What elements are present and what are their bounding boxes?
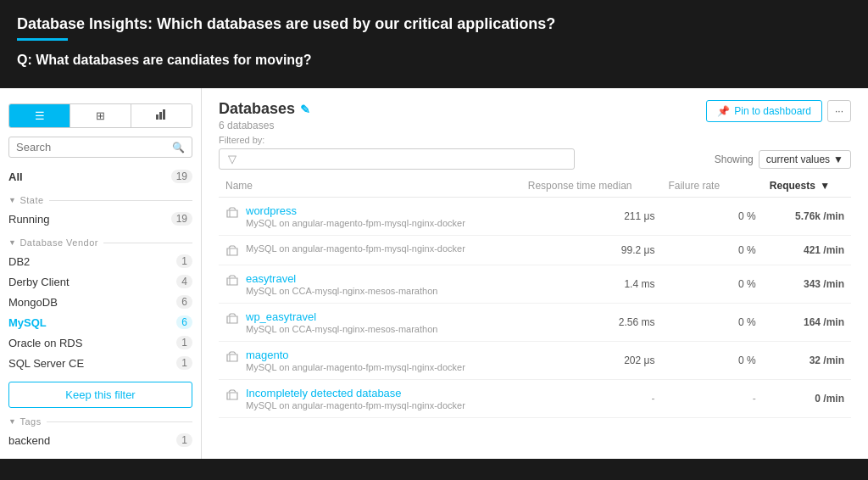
page-title: Database Insights: Which databases are u… [17, 15, 851, 33]
sidebar-item-running-count: 19 [171, 212, 192, 226]
tags-section-header: ▼ Tags [8, 416, 192, 427]
section-divider-3 [47, 421, 192, 422]
sidebar-tags-section: ▼ Tags backend 1 [0, 416, 201, 450]
cell-failure-5: - [661, 380, 762, 418]
cell-requests-1: 421 /min [763, 236, 851, 265]
title-underline [17, 38, 68, 41]
databases-title-text: Databases [219, 100, 295, 118]
cell-requests-0: 5.76k /min [763, 198, 851, 236]
databases-table: Name Response time median Failure rate R… [219, 175, 851, 418]
panel-top: Databases ✎ 6 databases 📌 Pin to dashboa… [219, 100, 851, 131]
view-list-button[interactable]: ☰ [9, 104, 70, 127]
col-requests[interactable]: Requests ▼ [763, 175, 851, 198]
search-input[interactable] [16, 141, 172, 153]
sidebar-item-all[interactable]: All 19 [8, 166, 192, 187]
sidebar-item-db2-count: 1 [176, 254, 192, 268]
sidebar-all-section: All 19 [0, 166, 201, 187]
grid-icon: ⊞ [96, 109, 105, 122]
sidebar-item-sqlserver-label: SQL Server CE [8, 357, 84, 370]
db-type-icon [225, 206, 239, 220]
sidebar-item-derby[interactable]: Derby Client 4 [8, 271, 192, 292]
sidebar-item-mysql[interactable]: MySQL 6 [8, 312, 192, 332]
sidebar-item-mongodb[interactable]: MongoDB 6 [8, 292, 192, 312]
cell-name-5: Incompletely detected database MySQL on … [219, 380, 521, 418]
db-name-link-3[interactable]: wp_easytravel [246, 310, 437, 323]
cell-requests-4: 32 /min [763, 342, 851, 380]
sidebar-item-running[interactable]: Running 19 [8, 209, 192, 229]
table-row: MySQL on angular-magento-fpm-mysql-nginx… [219, 236, 851, 265]
sidebar-item-oracle[interactable]: Oracle on RDS 1 [8, 332, 192, 353]
svg-rect-1 [159, 112, 162, 120]
db-sub-1: MySQL on angular-magento-fpm-mysql-nginx… [246, 243, 465, 254]
sidebar-item-backend-label: backend [8, 434, 50, 447]
table-row: wp_easytravel MySQL on CCA-mysql-nginx-m… [219, 304, 851, 342]
pin-icon: 📌 [717, 105, 730, 117]
table-body: wordpress MySQL on angular-magento-fpm-m… [219, 198, 851, 418]
cell-name-2: easytravel MySQL on CCA-mysql-nginx-meso… [219, 265, 521, 304]
cell-requests-2: 343 /min [763, 265, 851, 304]
db-sub-4: MySQL on angular-magento-fpm-mysql-nginx… [246, 362, 465, 372]
page-wrapper: Database Insights: Which databases are u… [0, 0, 868, 459]
pin-button-label: Pin to dashboard [734, 105, 811, 117]
showing-bar: Showing current values ▼ [715, 150, 851, 169]
pin-to-dashboard-button[interactable]: 📌 Pin to dashboard [706, 100, 822, 122]
table-row: easytravel MySQL on CCA-mysql-nginx-meso… [219, 265, 851, 304]
cell-response-5: - [521, 380, 662, 418]
main-content: ☰ ⊞ 🔍 [0, 88, 868, 459]
showing-dropdown[interactable]: current values ▼ [759, 150, 851, 169]
db-sub-0: MySQL on angular-magento-fpm-mysql-nginx… [246, 218, 465, 228]
filter-input[interactable] [242, 153, 565, 165]
vendor-section-label: Database Vendor [19, 237, 98, 248]
sidebar-item-sqlserver-count: 1 [176, 356, 192, 370]
sidebar-item-db2[interactable]: DB2 1 [8, 251, 192, 271]
cell-failure-0: 0 % [661, 198, 762, 236]
cell-response-3: 2.56 ms [521, 304, 662, 342]
state-section-header: ▼ State [8, 195, 192, 205]
vendor-section-header: ▼ Database Vendor [8, 237, 192, 248]
sidebar-state-section: ▼ State Running 19 [0, 195, 201, 229]
db-name-link-0[interactable]: wordpress [246, 204, 465, 217]
sidebar-item-oracle-label: Oracle on RDS [8, 337, 82, 349]
chevron-icon-2: ▼ [8, 238, 16, 247]
view-toggle-group: ☰ ⊞ [8, 103, 192, 128]
databases-heading: Databases ✎ 6 databases [219, 100, 310, 131]
db-type-icon [225, 274, 239, 287]
top-right-actions: 📌 Pin to dashboard ··· [706, 100, 851, 122]
cell-requests-5: 0 /min [763, 380, 851, 418]
main-panel: Databases ✎ 6 databases 📌 Pin to dashboa… [202, 88, 868, 459]
sidebar-item-all-count: 19 [171, 170, 192, 183]
page-header: Database Insights: Which databases are u… [0, 0, 868, 88]
filter-icon: ▽ [228, 153, 236, 165]
db-name-link-4[interactable]: magento [246, 349, 465, 361]
view-chart-button[interactable] [131, 104, 192, 127]
sidebar-item-sqlserver[interactable]: SQL Server CE 1 [8, 353, 192, 373]
view-grid-button[interactable]: ⊞ [70, 104, 131, 127]
cell-failure-1: 0 % [661, 236, 762, 265]
cell-name-1: MySQL on angular-magento-fpm-mysql-nginx… [219, 236, 521, 265]
db-sub-2: MySQL on CCA-mysql-nginx-mesos-marathon [246, 286, 437, 296]
sidebar: ☰ ⊞ 🔍 [0, 88, 202, 459]
chevron-icon-3: ▼ [8, 417, 16, 426]
cell-failure-3: 0 % [661, 304, 762, 342]
sidebar-item-db2-label: DB2 [8, 255, 30, 268]
keep-filter-button[interactable]: Keep this filter [8, 382, 192, 408]
db-type-icon [225, 350, 239, 364]
sort-arrow-icon: ▼ [820, 180, 830, 192]
sidebar-vendor-section: ▼ Database Vendor DB2 1 Derby Client 4 M… [0, 237, 201, 373]
state-section-label: State [19, 195, 43, 205]
table-row: wordpress MySQL on angular-magento-fpm-m… [219, 198, 851, 236]
cell-response-4: 202 μs [521, 342, 662, 380]
db-type-icon [225, 312, 239, 326]
edit-icon[interactable]: ✎ [300, 103, 310, 116]
db-name-link-5[interactable]: Incompletely detected database [246, 387, 465, 399]
list-icon: ☰ [35, 109, 45, 122]
db-sub-5: MySQL on angular-magento-fpm-mysql-nginx… [246, 400, 465, 410]
showing-value: current values [766, 153, 830, 165]
col-failure-rate: Failure rate [661, 175, 762, 198]
filter-label: Filtered by: [219, 135, 851, 145]
db-name-link-2[interactable]: easytravel [246, 272, 437, 285]
svg-rect-2 [163, 109, 165, 120]
cell-failure-2: 0 % [661, 265, 762, 304]
more-options-button[interactable]: ··· [827, 100, 851, 122]
sidebar-item-backend[interactable]: backend 1 [8, 430, 192, 450]
